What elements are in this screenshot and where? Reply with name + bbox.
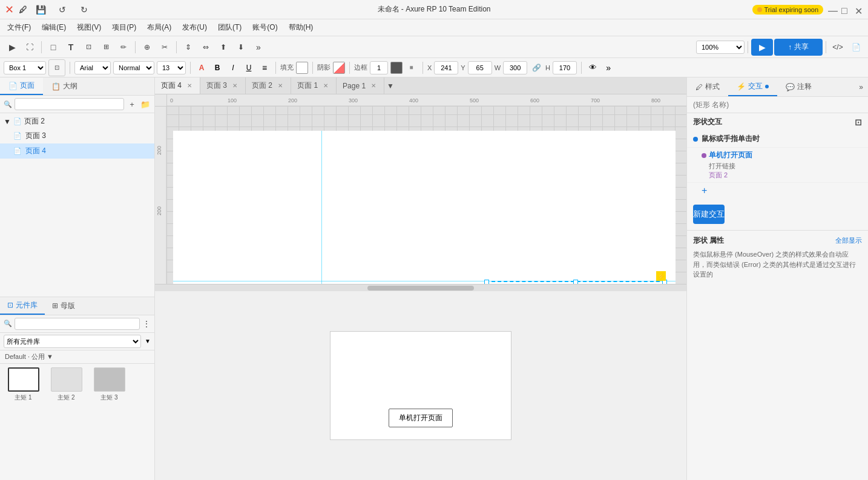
text-tool-button[interactable]: T [62,39,79,56]
menu-view[interactable]: 视图(V) [72,21,106,35]
attr-show-all-button[interactable]: 全部显示 [835,236,862,245]
tab-page4-close[interactable]: ✕ [185,82,194,90]
page-item-4[interactable]: 📄 页面 4 [0,143,154,159]
w-input[interactable] [503,61,527,74]
canvas-tab-page3[interactable]: 页面 3 ✕ [200,77,246,94]
tab-page2-close[interactable]: ✕ [276,82,284,90]
tab-page3-close[interactable]: ✕ [231,82,239,90]
window-close-button[interactable]: ✕ [855,5,863,14]
menu-edit[interactable]: 编辑(E) [37,21,71,35]
more-props-button[interactable]: » [602,61,615,74]
comp-item-3[interactable]: 主矩 3 [90,367,129,402]
menu-publish[interactable]: 发布(U) [177,21,212,35]
table-tool-button[interactable]: ⊞ [97,39,114,56]
canvas-tab-page2[interactable]: 页面 2 ✕ [246,77,291,94]
font-style-select[interactable]: Normal Bold Italic [113,61,154,74]
lock-ratio-button[interactable]: 🔗 [530,61,543,74]
comp-search-input[interactable] [15,318,140,330]
tab-page[interactable]: 📄 页面 [0,77,43,95]
visibility-button[interactable]: 👁 [586,61,599,74]
interaction-expand-button[interactable]: ⊡ [855,117,862,127]
comp-library-select[interactable]: 所有元件库 [4,335,141,348]
menu-help[interactable]: 帮助(H) [284,21,318,35]
menu-project[interactable]: 项目(P) [107,21,141,35]
bold-button[interactable]: B [211,61,224,74]
input-tool-button[interactable]: ⊡ [80,39,97,56]
fit-height-button[interactable]: ⇕ [180,39,197,56]
border-color-button[interactable] [390,62,403,74]
menu-file[interactable]: 文件(F) [2,21,36,35]
minimize-button[interactable]: — [828,5,837,14]
align-top-button[interactable]: ⬆ [215,39,232,56]
tab-interaction[interactable]: ⚡ 交互 [728,77,777,96]
shape-name-select[interactable]: Box 1 [4,61,46,74]
shadow-color-button[interactable] [333,62,345,74]
zoom-select[interactable]: 100% 50% 75% 150% 200% [696,41,745,54]
close-icon[interactable]: ✕ [5,3,14,16]
page-view-button[interactable]: 📄 [847,39,864,56]
tab-masters[interactable]: ⊞ 母版 [45,297,82,315]
comp-item-2[interactable]: 主矩 2 [47,367,86,402]
tab-comment[interactable]: 💬 注释 [777,78,820,96]
fill-color-button[interactable] [296,62,308,74]
tab-components[interactable]: ⊡ 元件库 [0,297,45,315]
align-bottom-button[interactable]: ⬇ [232,39,249,56]
more-tools-button[interactable]: » [250,39,267,56]
action-title-label[interactable]: 单机打开页面 [709,150,752,160]
note-indicator[interactable]: ⚡ [656,271,666,281]
scrollbar-thumb[interactable] [367,286,474,291]
horizontal-scrollbar[interactable] [155,284,686,291]
rectangle-tool-button[interactable]: □ [45,39,62,56]
select-tool-button[interactable]: ▶ [4,39,21,56]
h-input[interactable] [553,61,577,74]
fit-width-button[interactable]: ⇔ [197,39,214,56]
shape-type-icon[interactable]: ⊡ [48,59,65,76]
code-view-button[interactable]: </> [829,39,846,56]
stamp-tool-button[interactable]: ⊕ [139,39,156,56]
border-style-button[interactable]: ≡ [405,61,418,74]
list-button[interactable]: ≡ [258,61,271,74]
canvas-viewport[interactable]: 0 100 200 300 400 500 600 700 800 200 20… [155,94,686,284]
crop-tool-button[interactable]: ✂ [156,39,173,56]
tab-outline[interactable]: 📋 大纲 [43,77,86,95]
italic-button[interactable]: I [226,61,240,74]
event-row-click[interactable]: 鼠标或手指单击时 [687,131,868,148]
shape-name-input[interactable] [693,100,862,109]
canvas-tab-page1[interactable]: 页面 1 ✕ [291,77,337,94]
add-page-button[interactable]: + [127,99,137,110]
new-interaction-button[interactable]: 新建交互 [693,205,725,224]
save-icon[interactable]: 💾 [32,1,49,18]
font-color-button[interactable]: A [195,61,208,74]
font-size-select[interactable]: 13 10 12 14 16 [157,61,186,74]
tab-style[interactable]: 🖊 样式 [687,78,728,96]
subselect-tool-button[interactable]: ⛶ [21,39,38,56]
add-folder-button[interactable]: 📁 [140,99,151,110]
maximize-button[interactable]: □ [841,5,850,14]
undo-icon[interactable]: ↺ [54,1,71,18]
menu-layout[interactable]: 布局(A) [142,21,176,35]
action-link-value[interactable]: 页面 2 [709,171,862,180]
canvas-content[interactable]: ⚡ [167,107,686,284]
tab-page1-close[interactable]: ✕ [321,82,330,90]
canvas-tab-page4[interactable]: 页面 4 ✕ [155,77,200,94]
redo-icon[interactable]: ↻ [76,1,93,18]
tab-more-button[interactable]: ▼ [384,82,396,90]
page-item-3[interactable]: 📄 页面 3 [0,128,154,143]
canvas-tab-pagep1[interactable]: Page 1 ✕ [337,77,384,94]
share-button[interactable]: ↑ 共享 [774,39,823,56]
border-width-input[interactable] [370,61,388,74]
x-input[interactable] [434,61,458,74]
pen-tool-button[interactable]: ✏ [115,39,132,56]
y-input[interactable] [468,61,492,74]
add-action-button[interactable]: + [687,183,868,199]
menu-team[interactable]: 团队(T) [213,21,246,35]
comp-menu-button[interactable]: ⋮ [142,319,151,329]
page-group-2-header[interactable]: ▼ 📄 页面 2 [0,114,154,128]
font-family-select[interactable]: Arial [74,61,111,74]
tab-pagep1-close[interactable]: ✕ [369,82,378,90]
menu-account[interactable]: 账号(O) [248,21,282,35]
underline-button[interactable]: U [242,61,255,74]
preview-action-button[interactable]: 单机打开页面 [389,409,453,427]
page-search-input[interactable] [15,98,124,110]
preview-button[interactable]: ▶ [751,39,773,56]
